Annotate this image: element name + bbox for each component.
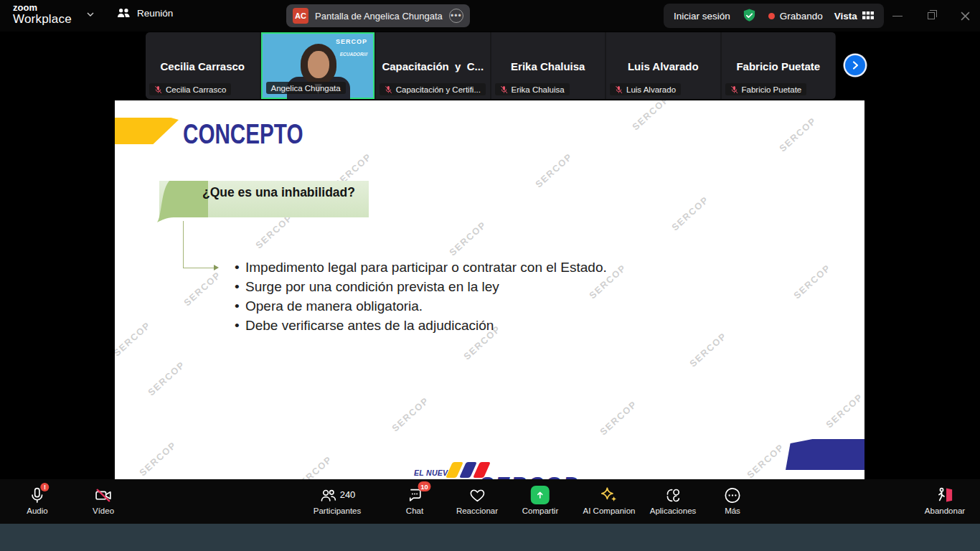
chat-icon: 10 xyxy=(406,484,424,504)
video-label: Vídeo xyxy=(93,507,114,515)
video-tile-luis[interactable]: Luis Alvarado Luis Alvarado xyxy=(606,32,720,99)
share-button[interactable]: Compartir xyxy=(522,484,558,515)
participants-button[interactable]: 240 Participantes xyxy=(314,484,361,515)
view-button[interactable]: Vista xyxy=(834,11,874,22)
camera-off-icon xyxy=(94,484,113,504)
bullet-item: Impedimento legal para participar o cont… xyxy=(235,258,612,277)
chevron-down-icon[interactable] xyxy=(86,10,95,19)
participant-name: Cecilia Carrasco xyxy=(146,60,260,72)
ribbon-fold-shape xyxy=(156,179,208,222)
watermark: SERCOP xyxy=(598,399,639,438)
chevron-right-icon xyxy=(850,60,860,70)
portrait-face xyxy=(308,51,329,78)
audio-button[interactable]: ! Audio xyxy=(27,484,47,515)
more-options-icon[interactable]: ••• xyxy=(449,9,463,23)
watermark: SERCOP xyxy=(630,100,672,132)
participant-name: Capacitación y C... xyxy=(376,60,490,72)
video-button[interactable]: Vídeo xyxy=(93,484,114,515)
mic-muted-icon xyxy=(730,85,738,94)
tile-name-text: Cecilia Carrasco xyxy=(166,85,226,94)
question-text: ¿Que es una inhabilidad? xyxy=(202,185,355,200)
close-button[interactable] xyxy=(954,9,976,23)
watermark: SERCOP xyxy=(182,270,223,309)
mic-muted-icon xyxy=(615,85,623,94)
bullet-item: Debe verificarse antes de la adjudicació… xyxy=(235,316,612,335)
leave-button[interactable]: Abandonar xyxy=(925,484,965,515)
zoom-titlebar: zoom Workplace Reunión AC Pantalla de An… xyxy=(0,0,980,32)
recording-indicator[interactable]: Grabando xyxy=(768,11,823,22)
tile-name-label: Erika Chaluisa xyxy=(495,83,570,95)
slide-title: CONCEPTO xyxy=(183,119,303,150)
share-tab-label: Pantalla de Angelica Chungata xyxy=(315,11,443,22)
tile-name-text: Erika Chaluisa xyxy=(512,85,565,94)
apps-button[interactable]: Aplicaciones xyxy=(650,484,697,515)
video-brand-text: SERCOP xyxy=(336,38,367,45)
more-label: Más xyxy=(725,507,740,515)
tab-meeting[interactable]: Reunión xyxy=(117,7,173,19)
chat-button[interactable]: 10 Chat xyxy=(406,484,424,515)
watermark: SERCOP xyxy=(390,395,431,434)
yellow-banner-shape xyxy=(115,118,179,144)
audio-alert-badge: ! xyxy=(40,483,49,491)
security-shield-icon[interactable] xyxy=(742,8,757,24)
react-button[interactable]: Reaccionar xyxy=(456,484,498,515)
more-button[interactable]: Más xyxy=(724,484,742,515)
video-tile-erika[interactable]: Erika Chaluisa Erika Chaluisa xyxy=(491,32,606,99)
watermark: SERCOP xyxy=(137,440,179,479)
apps-label: Aplicaciones xyxy=(650,507,697,515)
watermark: SERCOP xyxy=(777,116,819,154)
avatar: AC xyxy=(293,8,308,24)
recording-label: Grabando xyxy=(780,11,823,22)
video-tile-angelica-active[interactable]: SERCOP ECUADOR/// Angelica Chungata xyxy=(261,32,375,99)
tile-name-text: Fabricio Puetate xyxy=(742,85,802,94)
view-label: Vista xyxy=(834,11,857,22)
shared-screen-slide: SERCOP SERCOP SERCOP SERCOP SERCOP SERCO… xyxy=(115,100,864,479)
logo-text-zoom: zoom xyxy=(13,3,72,13)
tile-name-label: Fabricio Puetate xyxy=(725,83,807,95)
mic-muted-icon xyxy=(385,85,392,94)
zoom-workplace-logo[interactable]: zoom Workplace xyxy=(13,3,72,25)
watermark: SERCOP xyxy=(293,454,334,479)
participant-name: Fabricio Puetate xyxy=(722,60,836,72)
next-participants-button[interactable] xyxy=(845,55,865,75)
video-brand-ecuador: ECUADOR/// xyxy=(340,52,367,57)
participants-icon xyxy=(319,484,337,504)
bullet-item: Surge por una condición prevista en la l… xyxy=(235,277,612,296)
participants-label: Participantes xyxy=(314,507,361,515)
close-icon xyxy=(961,11,970,21)
tile-name-label: Cecilia Carrasco xyxy=(149,83,231,95)
participant-name: Luis Alvarado xyxy=(606,60,720,72)
watermark: SERCOP xyxy=(791,263,833,301)
leave-label: Abandonar xyxy=(925,507,965,515)
watermark: SERCOP xyxy=(745,442,786,479)
recording-dot-icon xyxy=(768,13,775,19)
share-label: Compartir xyxy=(522,507,558,515)
ai-companion-button[interactable]: AI Companion xyxy=(583,484,636,515)
participants-count: 240 xyxy=(340,489,356,500)
tile-name-text: Capacitación y Certifi... xyxy=(396,85,481,94)
mic-muted-icon xyxy=(154,85,162,94)
chat-unread-badge: 10 xyxy=(418,481,431,491)
heart-icon xyxy=(468,484,486,504)
bullet-item: Opera de manera obligatoria. xyxy=(235,296,612,316)
apps-grid-icon xyxy=(664,484,682,504)
tile-name-text: Luis Alvarado xyxy=(626,85,676,94)
participant-name: Erika Chaluisa xyxy=(491,60,606,72)
meeting-toolbar: ! Audio Vídeo 240 Participantes 10 Chat … xyxy=(0,479,980,524)
watermark: SERCOP xyxy=(824,392,864,430)
ai-companion-label: AI Companion xyxy=(583,507,636,515)
restore-icon xyxy=(928,12,935,19)
watermark: SERCOP xyxy=(146,359,187,398)
tab-shared-screen[interactable]: AC Pantalla de Angelica Chungata ••• xyxy=(286,4,470,27)
restore-button[interactable] xyxy=(920,9,942,23)
watermark: SERCOP xyxy=(253,212,295,251)
video-tile-fabricio[interactable]: Fabricio Puetate Fabricio Puetate xyxy=(722,32,836,99)
connector-line xyxy=(183,221,214,268)
tile-name-label: Luis Alvarado xyxy=(610,83,681,95)
sign-in-button[interactable]: Iniciar sesión xyxy=(674,11,730,22)
watermark: SERCOP xyxy=(533,151,575,190)
video-tile-cecilia[interactable]: Cecilia Carrasco Cecilia Carrasco xyxy=(146,32,260,99)
minimize-button[interactable] xyxy=(887,9,908,23)
connector-arrow xyxy=(214,265,219,270)
video-tile-capacitacion[interactable]: Capacitación y C... Capacitación y Certi… xyxy=(376,32,490,99)
